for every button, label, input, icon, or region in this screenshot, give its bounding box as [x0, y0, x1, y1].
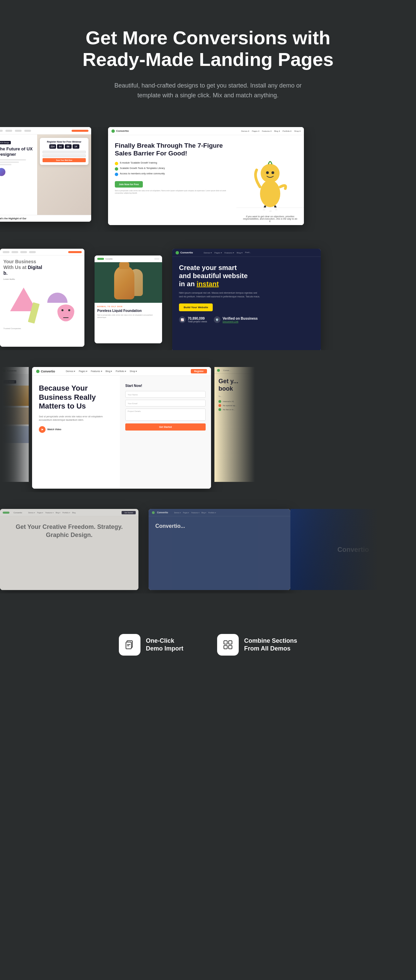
edge-fade-right-r2: [382, 239, 416, 350]
biz-form-title: Start Now!: [125, 384, 206, 388]
product-tube1: [114, 266, 134, 299]
document-icon: [124, 640, 135, 650]
stat-verified: 🛡️ Verified on Bussiness Document Link: [214, 316, 258, 323]
bullet-icon: [115, 173, 118, 176]
product-brand: Convertio: [105, 258, 113, 260]
graphic-nav-link: Blog ▾: [56, 512, 60, 514]
svg-rect-11: [229, 641, 232, 644]
edge-fade-right: [382, 127, 416, 232]
card-product[interactable]: Convertio NORMAL TO OILY SKIN Poreless L…: [95, 256, 162, 343]
right-partial-heading: Get y...book: [219, 378, 255, 392]
combine-icon: [222, 640, 233, 650]
card-smart-website[interactable]: Convertio Demos ▾ Pages ▾ Features ▾ Blo…: [172, 249, 321, 350]
nav-pages: Pages ▾: [252, 130, 259, 132]
svg-rect-13: [229, 646, 232, 649]
demos-container: UI/UX Design The Future of UX Designer: [0, 120, 416, 614]
sales-small-text: Sed ut perspiciatis unde omnis iste natu…: [115, 189, 230, 194]
bottom-icons-section: One-Click Demo Import Combine Sections F…: [0, 614, 416, 669]
biz-watch-video-btn[interactable]: ▶ Watch Video: [39, 426, 113, 433]
combine-icon-box: [217, 634, 239, 655]
biz-nav-shop: Shop ▾: [130, 370, 137, 373]
smart-nav-logo-text: Convertio: [180, 251, 193, 254]
biz-register-btn[interactable]: Register: [191, 369, 207, 374]
card-sales[interactable]: Convertio Demos ▾ Pages ▾ Features ▾ Blo…: [108, 127, 304, 225]
sales-feature2: Scalable Growth Tools & Templates Librar…: [120, 167, 165, 169]
views-icon: 📈: [179, 316, 186, 323]
graphic-heading: Get Your Creative Freedom. Strategy. Gra…: [7, 523, 132, 539]
save-webinar-btn[interactable]: Save Your Web Now: [43, 158, 86, 162]
blue-logo-text: Convertio: [157, 511, 168, 514]
bullet-icon: [115, 167, 118, 171]
partial-tag: Get Started: [3, 380, 16, 383]
digital-title: Your Business With Us at Digitalb.: [3, 259, 81, 276]
product-name: Poreless Liquid Foundation: [97, 309, 159, 313]
nav-portfolio: Portfolio ▾: [283, 130, 292, 132]
biz-nav-blog: Blog ▾: [106, 370, 113, 373]
header-section: Get More Conversions with Ready-Made Lan…: [0, 0, 416, 120]
feature-combine: Combine Sections From All Demos: [217, 634, 297, 655]
svg-point-3: [272, 171, 274, 174]
page-subtitle: Beautiful, hand-crafted designs to get y…: [110, 81, 306, 100]
join-now-btn[interactable]: Join Now for Free: [115, 181, 143, 188]
blue-nav-link: Blog ▾: [202, 512, 206, 514]
nav-shop: Shop ▾: [294, 130, 300, 132]
biz-heading: Because Your Business Really Matters to …: [39, 384, 113, 410]
name-input[interactable]: [43, 151, 86, 153]
blue-nav-link: Portfolio ▾: [208, 512, 216, 514]
blue-logo-icon: [152, 511, 155, 514]
biz-logo-icon: [36, 370, 40, 373]
biz-logo-text: Convertio: [41, 370, 55, 373]
smart-nav-features: Features ▾: [225, 251, 234, 254]
card-graphic-design[interactable]: Convertio Demos ▾ Pages ▾ Features ▾ Blo…: [0, 509, 138, 590]
one-click-text: One-Click Demo Import: [146, 637, 183, 653]
card-ux-designer[interactable]: UI/UX Design The Future of UX Designer: [0, 127, 91, 222]
biz-details-input[interactable]: Project Details: [125, 409, 206, 421]
blue-heading: Convertio...: [155, 523, 284, 529]
biz-name-input[interactable]: Your Name: [125, 391, 206, 398]
smart-nav-demos: Demos ▾: [203, 251, 212, 254]
card-digital[interactable]: Your Business With Us at Digitalb. Lorem…: [0, 249, 84, 347]
check-icon: [219, 404, 221, 407]
nav-demos: Demos ▾: [241, 130, 249, 132]
svg-point-2: [266, 171, 269, 174]
sales-nav-logo-text: Convertio: [116, 129, 129, 132]
get-started-btn[interactable]: Get Started: [122, 511, 136, 514]
smart-logo-icon: [176, 251, 179, 255]
build-website-btn[interactable]: Build Your Website: [179, 304, 213, 311]
feature-text: Internet's #1: [223, 401, 234, 402]
quote-mark-icon: ": [242, 210, 299, 215]
webinar-title: Register Now for Free Webinar: [43, 141, 86, 143]
ux-tag: UI/UX Design: [0, 141, 11, 144]
stat-views-num: 70,890,099: [188, 317, 207, 320]
check-icon: [219, 400, 221, 403]
smart-nav-pages: Pages ▾: [214, 251, 222, 254]
smart-nav-blog: Blog ▾: [237, 251, 243, 254]
product-desc: Sed ut perspiciatis unde omnis iste natu…: [97, 314, 159, 319]
biz-nav-demos: Demos ▾: [66, 370, 75, 373]
ux-bottom-label: What's the Highlight of Our: [0, 217, 26, 220]
graphic-nav-link: Portfolio ▾: [62, 512, 70, 514]
blue-nav-link: Features ▾: [191, 512, 199, 514]
feature-item: No special ap...: [219, 404, 255, 407]
stat-verified-label: Verified on Bussiness: [222, 317, 258, 320]
card-business[interactable]: Convertio Demos ▾ Pages ▾ Features ▾ Blo…: [32, 367, 211, 488]
combine-text: Combine Sections From All Demos: [244, 637, 297, 653]
shapes-illustration: [3, 284, 81, 325]
convertio-logo-icon: [111, 129, 115, 133]
email-input[interactable]: [43, 154, 86, 157]
page-title: Get More Conversions with Ready-Made Lan…: [54, 27, 362, 71]
smart-nav-portf: Portf...: [245, 251, 251, 254]
fade-left: [0, 367, 29, 482]
sales-quote-text: If you want to get clear on objectives, …: [242, 215, 299, 222]
svg-rect-12: [224, 646, 227, 649]
stat-verified-link[interactable]: Document Link: [222, 320, 258, 323]
card-blue-convertio[interactable]: Convertio Demos ▾ Pages ▾ Features ▾ Blo…: [149, 509, 291, 590]
biz-submit-btn[interactable]: Get Started: [125, 423, 206, 431]
biz-email-input[interactable]: Your Email: [125, 400, 206, 407]
watch-video-label: Watch Video: [47, 428, 62, 431]
digital-logos: Trusted Companies: [3, 328, 81, 329]
blue-nav-link: Pages ▾: [183, 512, 189, 514]
svg-rect-9: [127, 646, 129, 646]
one-click-icon-box: [119, 634, 140, 655]
feature-text: No fee or m...: [223, 409, 235, 410]
